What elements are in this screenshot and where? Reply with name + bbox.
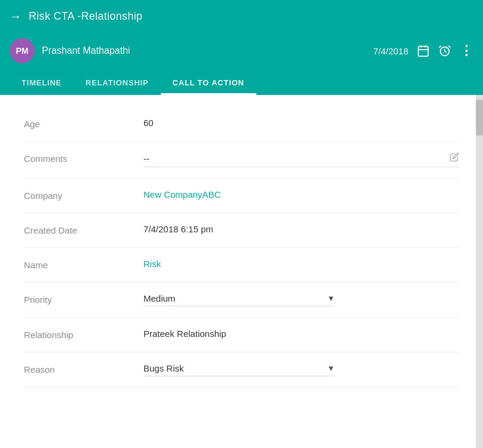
- comments-wrapper: --: [143, 152, 459, 167]
- user-info: PM Prashant Mathapathi: [10, 38, 130, 63]
- calendar-icon[interactable]: [417, 44, 430, 57]
- more-options-icon[interactable]: ⋮: [460, 43, 473, 59]
- user-name: Prashant Mathapathi: [42, 45, 130, 56]
- back-button[interactable]: →: [10, 10, 22, 23]
- label-age: Age: [24, 118, 143, 129]
- scrollbar-thumb[interactable]: [476, 100, 483, 136]
- value-comments: --: [143, 154, 450, 164]
- priority-select[interactable]: Medium ▼: [143, 293, 335, 306]
- svg-line-7: [439, 46, 441, 48]
- field-row-relationship: Relationship Prateek Relationship: [24, 318, 459, 352]
- tab-call-to-action[interactable]: CALL TO ACTION: [161, 72, 256, 95]
- label-priority: Priority: [24, 293, 143, 305]
- svg-line-8: [448, 46, 450, 48]
- tab-relationship[interactable]: RELATIONSHIP: [74, 72, 160, 95]
- avatar: PM: [10, 38, 35, 63]
- user-actions: 7/4/2018 ⋮: [374, 43, 473, 59]
- content-area: Age 60 Comments -- Company New CompanyAB…: [0, 95, 483, 448]
- field-row-reason: Reason Bugs Risk ▼: [24, 352, 459, 388]
- value-reason: Bugs Risk: [143, 363, 327, 373]
- field-row-name: Name Risk: [24, 248, 459, 283]
- field-row-comments: Comments --: [24, 142, 459, 179]
- field-row-created-date: Created Date 7/4/2018 6:15 pm: [24, 213, 459, 248]
- label-company: Company: [24, 189, 143, 201]
- label-created-date: Created Date: [24, 224, 143, 235]
- value-relationship: Prateek Relationship: [143, 329, 459, 339]
- label-name: Name: [24, 259, 143, 270]
- reason-select[interactable]: Bugs Risk ▼: [143, 363, 335, 376]
- scrollbar-track[interactable]: [476, 95, 483, 448]
- page-title: Risk CTA -Relationship: [29, 10, 142, 23]
- label-comments: Comments: [24, 152, 143, 164]
- alarm-icon[interactable]: [438, 44, 451, 57]
- tab-timeline[interactable]: TIMELINE: [10, 72, 74, 95]
- value-age: 60: [143, 118, 459, 128]
- field-row-age: Age 60: [24, 107, 459, 142]
- reason-dropdown-arrow: ▼: [327, 364, 335, 373]
- user-bar: PM Prashant Mathapathi 7/4/2018 ⋮: [0, 33, 483, 69]
- svg-line-6: [445, 51, 447, 53]
- field-row-priority: Priority Medium ▼: [24, 283, 459, 318]
- date-display: 7/4/2018: [374, 46, 408, 56]
- value-created-date: 7/4/2018 6:15 pm: [143, 224, 459, 234]
- top-bar: → Risk CTA -Relationship: [0, 0, 483, 33]
- value-priority: Medium: [143, 293, 327, 303]
- label-reason: Reason: [24, 363, 143, 375]
- priority-dropdown-arrow: ▼: [327, 294, 335, 303]
- svg-rect-0: [418, 47, 429, 57]
- label-relationship: Relationship: [24, 329, 143, 340]
- tabs-bar: TIMELINE RELATIONSHIP CALL TO ACTION: [0, 69, 483, 95]
- edit-comments-icon[interactable]: [450, 152, 459, 164]
- field-row-company: Company New CompanyABC: [24, 179, 459, 213]
- value-name[interactable]: Risk: [143, 259, 459, 269]
- value-company[interactable]: New CompanyABC: [143, 189, 459, 200]
